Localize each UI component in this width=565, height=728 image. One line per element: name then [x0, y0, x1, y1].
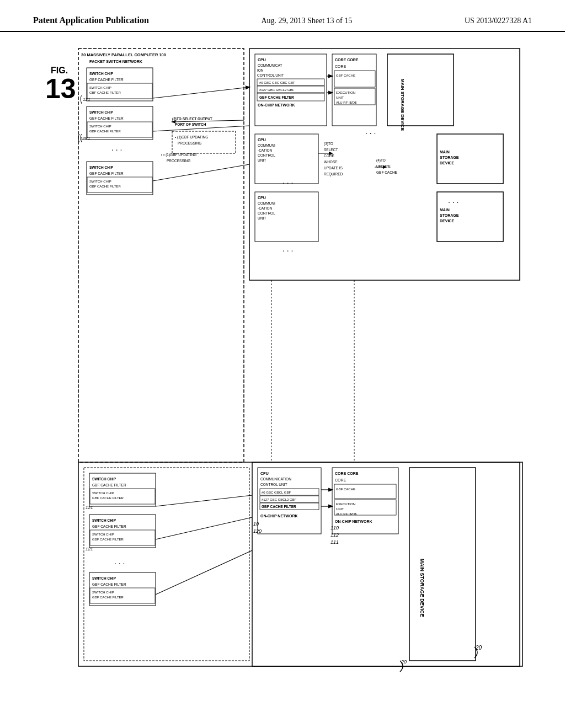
- svg-text:#0  GBC  GBC  GBC GBF: #0 GBC GBC GBC GBF: [259, 81, 295, 84]
- svg-rect-126: [334, 484, 396, 499]
- svg-text:13: 13: [45, 73, 76, 104]
- svg-text:PROCESSING: PROCESSING: [178, 141, 201, 145]
- svg-text:(4)TO: (4)TO: [376, 158, 386, 163]
- svg-line-149: [156, 550, 252, 595]
- svg-text:UNIT: UNIT: [336, 96, 344, 99]
- page-header: Patent Application Publication Aug. 29, …: [0, 0, 565, 32]
- svg-text:COMMUNICATION: COMMUNICATION: [260, 477, 291, 481]
- svg-text:GBF CACHE FILTER: GBF CACHE FILTER: [92, 538, 124, 541]
- svg-text:CONTROL: CONTROL: [258, 153, 275, 157]
- svg-text:121: 121: [80, 136, 87, 140]
- svg-text:(2)TO SELECT OUTPUT: (2)TO SELECT OUTPUT: [172, 117, 212, 121]
- svg-text:•  (1)GBF UPDATING: • (1)GBF UPDATING: [175, 135, 208, 140]
- svg-rect-53: [387, 54, 454, 126]
- svg-text:ON-CHIP NETWORK: ON-CHIP NETWORK: [335, 520, 372, 523]
- svg-text:. . .: . . .: [111, 143, 122, 152]
- svg-text:120: 120: [253, 528, 262, 534]
- svg-text:CORE: CORE: [324, 154, 334, 158]
- svg-text:ON-CHIP NETWORK: ON-CHIP NETWORK: [260, 514, 298, 518]
- svg-text:20: 20: [475, 645, 482, 651]
- svg-rect-47: [334, 71, 375, 87]
- svg-text:MAIN STORAGE DEVICE: MAIN STORAGE DEVICE: [419, 559, 425, 617]
- svg-text:GBF CACHE FILTER: GBF CACHE FILTER: [89, 130, 121, 133]
- svg-text:STORAGE: STORAGE: [440, 213, 459, 217]
- svg-text:121: 121: [83, 97, 90, 102]
- svg-text:MAIN: MAIN: [440, 208, 450, 212]
- main-content: FIG. 13 30 MASSIVELY PARALLEL COMPUTER 1…: [0, 32, 565, 694]
- svg-text:-CATION: -CATION: [258, 148, 273, 152]
- svg-text:. . .: . . .: [282, 176, 293, 185]
- svg-text:SWITCH CHIP: SWITCH CHIP: [92, 591, 114, 594]
- svg-text:COMMUNI: COMMUNI: [258, 201, 275, 205]
- svg-text:CONTROL: CONTROL: [258, 211, 275, 215]
- svg-text:GBF CACHE FILTER: GBF CACHE FILTER: [259, 95, 294, 99]
- svg-text:10: 10: [253, 521, 259, 527]
- svg-text:#0  GBC  GBCL  GBF: #0 GBC GBCL GBF: [262, 491, 291, 494]
- svg-line-140: [153, 126, 249, 131]
- svg-text:PROCESSING: PROCESSING: [167, 159, 190, 163]
- svg-text:SWITCH CHIP: SWITCH CHIP: [89, 165, 114, 169]
- svg-text:GBF CACHE FILTER: GBF CACHE FILTER: [92, 496, 124, 500]
- svg-text:CPU: CPU: [260, 472, 269, 475]
- svg-text:WHOSE: WHOSE: [324, 160, 338, 164]
- svg-text:GBF CACHE FILTER: GBF CACHE FILTER: [92, 596, 124, 599]
- svg-text:. . .: . . .: [448, 196, 459, 205]
- svg-text:PACKET SWITCH NETWORK: PACKET SWITCH NETWORK: [89, 60, 142, 63]
- svg-text:-CATION: -CATION: [258, 206, 273, 210]
- svg-text:PORT OF SWITCH: PORT OF SWITCH: [175, 122, 206, 126]
- svg-text:•  •  (1)GBF UPDATING: • • (1)GBF UPDATING: [161, 153, 196, 157]
- svg-text:CORE: CORE: [335, 65, 347, 68]
- svg-text:DEVICE: DEVICE: [440, 219, 454, 223]
- svg-text:GBF CACHE: GBF CACHE: [376, 170, 398, 174]
- svg-text:GBF CACHE: GBF CACHE: [336, 74, 355, 77]
- svg-text:ALU RF   I$/D$: ALU RF I$/D$: [336, 512, 357, 516]
- publication-number: US 2013/0227328 A1: [465, 17, 532, 25]
- svg-line-148: [156, 517, 252, 539]
- svg-text:ON-CHIP NETWORK: ON-CHIP NETWORK: [258, 103, 295, 107]
- figure-13-diagram: FIG. 13 30 MASSIVELY PARALLEL COMPUTER 1…: [34, 43, 531, 683]
- svg-text:CORE: CORE: [335, 478, 347, 482]
- svg-rect-123: [332, 468, 398, 534]
- publication-label: Patent Application Publication: [33, 15, 149, 25]
- svg-text:EXECUTION: EXECUTION: [336, 91, 355, 94]
- svg-text:. . .: . . .: [282, 244, 293, 253]
- svg-text:CONTROL UNIT: CONTROL UNIT: [260, 483, 287, 486]
- svg-text:ION: ION: [257, 68, 264, 72]
- svg-text:COMMUNI: COMMUNI: [258, 143, 275, 147]
- svg-text:SWITCH CHIP: SWITCH CHIP: [92, 477, 116, 481]
- svg-text:. . .: . . .: [114, 557, 125, 566]
- svg-text:UNIT: UNIT: [258, 158, 266, 162]
- svg-text:GBF CACHE FILTER: GBF CACHE FILTER: [89, 172, 124, 175]
- svg-text:SELECT: SELECT: [324, 148, 338, 152]
- svg-text:112: 112: [331, 532, 339, 538]
- svg-line-139: [153, 87, 249, 98]
- svg-text:GBF CACHE FILTER: GBF CACHE FILTER: [92, 483, 126, 487]
- svg-text:GBF CACHE FILTER: GBF CACHE FILTER: [89, 185, 121, 188]
- svg-text:UNIT: UNIT: [258, 216, 266, 220]
- svg-text:UPDATE: UPDATE: [376, 164, 391, 168]
- svg-rect-109: [252, 462, 523, 666]
- svg-text:SWITCH CHIP: SWITCH CHIP: [89, 125, 111, 128]
- svg-text:CPU: CPU: [258, 138, 266, 142]
- svg-text:CPU: CPU: [258, 196, 266, 200]
- svg-rect-86: [78, 462, 520, 666]
- svg-text:REQUIRED: REQUIRED: [324, 172, 343, 176]
- svg-text:SWITCH CHIP: SWITCH CHIP: [92, 533, 114, 536]
- svg-text:CORE  CORE: CORE CORE: [335, 472, 359, 475]
- svg-text:STORAGE: STORAGE: [440, 156, 459, 159]
- svg-text:EXECUTION: EXECUTION: [336, 502, 355, 506]
- svg-text:COMMUNICAT: COMMUNICAT: [258, 63, 282, 67]
- svg-text:110: 110: [331, 525, 339, 531]
- svg-text:GBF CACHE: GBF CACHE: [336, 488, 355, 491]
- svg-text:SWITCH CHIP: SWITCH CHIP: [89, 110, 114, 114]
- svg-text:GBF CACHE FILTER: GBF CACHE FILTER: [92, 582, 126, 586]
- svg-line-147: [156, 495, 252, 506]
- svg-text:(3)TO: (3)TO: [324, 142, 333, 146]
- svg-text:ALU RF   I$/D$: ALU RF I$/D$: [336, 101, 357, 104]
- svg-text:MAIN: MAIN: [440, 150, 450, 154]
- svg-text:GBF CACHE FILTER: GBF CACHE FILTER: [89, 78, 124, 82]
- svg-text:111: 111: [331, 539, 339, 545]
- svg-text:GBF CACHE FILTER: GBF CACHE FILTER: [262, 505, 296, 508]
- svg-rect-136: [409, 468, 476, 661]
- svg-text:CPU: CPU: [258, 58, 266, 62]
